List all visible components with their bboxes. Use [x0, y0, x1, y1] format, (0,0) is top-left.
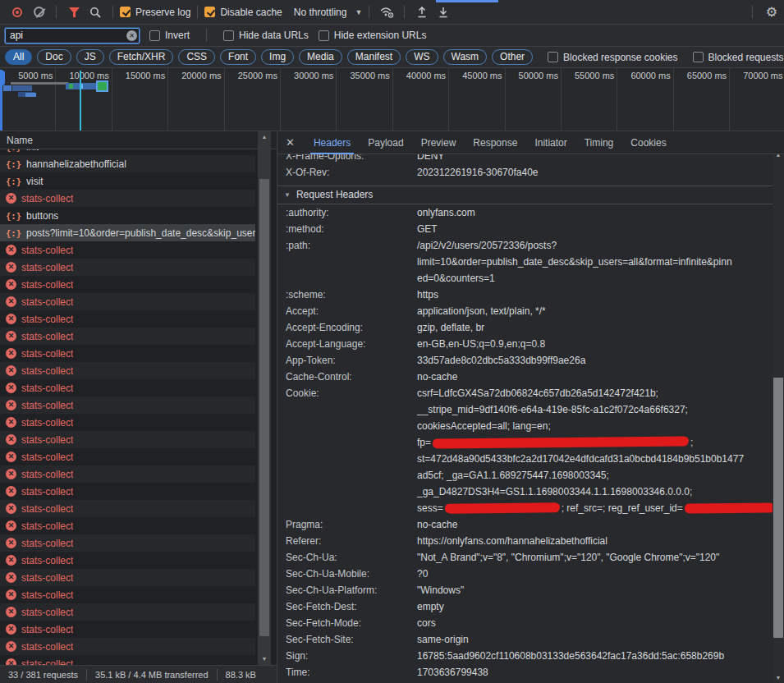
filter-toggle-button[interactable]	[63, 2, 85, 22]
request-name: stats-collect	[21, 469, 73, 480]
request-row[interactable]: ✕stats-collect	[0, 345, 255, 362]
error-icon: ✕	[6, 607, 16, 617]
timeline-tick: 15000 ms	[112, 68, 168, 131]
request-row[interactable]: ✕stats-collect	[0, 465, 255, 483]
settings-gear-icon[interactable]: ⚙	[766, 4, 777, 20]
scrollbar-thumb[interactable]	[773, 378, 783, 638]
request-name: stats-collect	[21, 572, 73, 584]
request-row[interactable]: {:}visit	[0, 172, 255, 190]
request-row[interactable]: {:}buttons	[0, 207, 255, 224]
request-row[interactable]: ✕stats-collect	[0, 328, 255, 345]
disable-cache-checkbox[interactable]: Disable cache	[204, 7, 282, 18]
request-name: stats-collect	[21, 279, 73, 291]
request-row[interactable]: ✕stats-collect	[0, 569, 255, 586]
error-icon: ✕	[6, 314, 16, 324]
header-value-line: cookiesAccepted=all; lang=en;	[417, 418, 773, 434]
network-overview[interactable]: 5000 ms10000 ms15000 ms20000 ms25000 ms3…	[0, 68, 784, 131]
header-value-line: st=472d48a90d5433bfc2a2d17042e4dfdcafd31…	[417, 451, 773, 467]
type-pill-wasm[interactable]: Wasm	[443, 49, 488, 65]
header-name: Accept-Encoding:	[286, 319, 417, 336]
request-name: stats-collect	[21, 400, 73, 411]
request-row[interactable]: ✕stats-collect	[0, 483, 255, 500]
type-pill-img[interactable]: Img	[261, 49, 294, 65]
type-pill-font[interactable]: Font	[220, 49, 256, 65]
error-icon: ✕	[6, 589, 16, 600]
type-pill-doc[interactable]: Doc	[37, 49, 71, 65]
network-conditions-button[interactable]	[376, 2, 397, 22]
scroll-down-icon[interactable]: ▼	[258, 656, 271, 662]
tab-initiator[interactable]: Initiator	[534, 131, 566, 154]
throttling-dropdown[interactable]: No throttling ▼	[294, 7, 363, 18]
clear-filter-icon[interactable]: ✕	[126, 30, 137, 41]
request-row[interactable]: ✕stats-collect	[0, 500, 255, 517]
type-pill-other[interactable]: Other	[492, 49, 533, 65]
request-row[interactable]: ✕stats-collect	[0, 603, 255, 621]
invert-checkbox[interactable]: Invert	[149, 30, 190, 41]
request-row[interactable]: ✕stats-collect	[0, 276, 255, 293]
request-row[interactable]: ✕stats-collect	[0, 397, 255, 414]
request-row[interactable]: ✕stats-collect	[0, 552, 255, 569]
tab-cookies[interactable]: Cookies	[630, 131, 666, 154]
import-har-button[interactable]	[411, 2, 433, 22]
request-row[interactable]: ✕stats-collect	[0, 293, 255, 310]
request-row[interactable]: ✕stats-collect	[0, 379, 255, 397]
header-value-line: limit=10&order=publish_date_desc&skip_us…	[417, 254, 732, 270]
search-button[interactable]	[85, 2, 106, 22]
request-row[interactable]: ✕stats-collect	[0, 241, 255, 259]
request-headers-section-header[interactable]: ▼ Request Headers	[277, 186, 773, 204]
tab-response[interactable]: Response	[473, 131, 517, 154]
type-pill-manifest[interactable]: Manifest	[347, 49, 401, 65]
request-row[interactable]: ✕stats-collect	[0, 638, 255, 655]
request-row[interactable]: ✕stats-collect	[0, 655, 255, 665]
timeline-tick: 70000 ms	[730, 68, 784, 131]
blocked-response-cookies-checkbox[interactable]: Blocked response cookies	[548, 52, 677, 63]
filter-input[interactable]	[5, 28, 140, 44]
details-scrollbar[interactable]: ▲ ▼	[773, 131, 784, 683]
request-list-scrollbar[interactable]: ▲ ▼	[258, 131, 271, 665]
request-row[interactable]: {:}posts?limit=10&order=publish_date_des…	[0, 224, 255, 241]
request-row[interactable]: ✕stats-collect	[0, 586, 255, 603]
tab-payload[interactable]: Payload	[368, 131, 403, 154]
blocked-requests-checkbox[interactable]: Blocked requests	[693, 52, 784, 63]
request-row[interactable]: ✕stats-collect	[0, 362, 255, 379]
hide-data-urls-checkbox[interactable]: Hide data URLs	[223, 30, 309, 41]
error-icon: ✕	[6, 262, 16, 273]
name-column-header[interactable]: Name	[0, 131, 277, 149]
scroll-down-icon[interactable]: ▼	[773, 675, 784, 681]
type-pill-fetch-xhr[interactable]: Fetch/XHR	[109, 49, 174, 65]
request-row[interactable]: ✕stats-collect	[0, 414, 255, 431]
request-row[interactable]: {:}init	[0, 149, 255, 155]
request-row[interactable]: ✕stats-collect	[0, 190, 255, 207]
type-pill-ws[interactable]: WS	[406, 49, 438, 65]
header-value-line: sess=; ref_src=; reg_ref_user_id=	[417, 500, 773, 516]
request-row[interactable]: ✕stats-collect	[0, 517, 255, 534]
request-row[interactable]: ✕stats-collect	[0, 431, 255, 448]
request-row[interactable]: {:}hannahelizabethofficial	[0, 155, 255, 172]
request-row[interactable]: ✕stats-collect	[0, 534, 255, 552]
close-icon[interactable]: ✕	[286, 136, 295, 149]
overview-left-handle[interactable]	[0, 70, 2, 131]
record-button[interactable]	[7, 2, 28, 22]
request-row[interactable]: ✕stats-collect	[0, 259, 255, 276]
scrollbar-thumb[interactable]	[259, 179, 269, 636]
request-name: stats-collect	[21, 503, 73, 515]
type-pill-js[interactable]: JS	[76, 49, 104, 65]
header-row: Accept-Encoding:gzip, deflate, br	[277, 319, 773, 336]
clear-button[interactable]	[28, 2, 49, 22]
divider	[752, 6, 753, 19]
tab-preview[interactable]: Preview	[421, 131, 456, 154]
header-value: 16785:5aad9602cf110608b03133de563642fac1…	[417, 648, 724, 664]
request-row[interactable]: ✕stats-collect	[0, 448, 255, 465]
tab-timing[interactable]: Timing	[585, 131, 614, 154]
export-har-button[interactable]	[433, 2, 454, 22]
request-row[interactable]: ✕stats-collect	[0, 621, 255, 638]
type-pill-css[interactable]: CSS	[178, 49, 215, 65]
request-row[interactable]: ✕stats-collect	[0, 310, 255, 328]
hide-extension-urls-checkbox[interactable]: Hide extension URLs	[319, 30, 427, 41]
type-pill-media[interactable]: Media	[299, 49, 342, 65]
type-pill-all[interactable]: All	[5, 49, 32, 65]
preserve-log-checkbox[interactable]: Preserve log	[120, 7, 190, 18]
tab-headers[interactable]: Headers	[314, 131, 351, 154]
scroll-up-icon[interactable]: ▲	[258, 134, 271, 140]
header-name: :path:	[286, 237, 417, 286]
